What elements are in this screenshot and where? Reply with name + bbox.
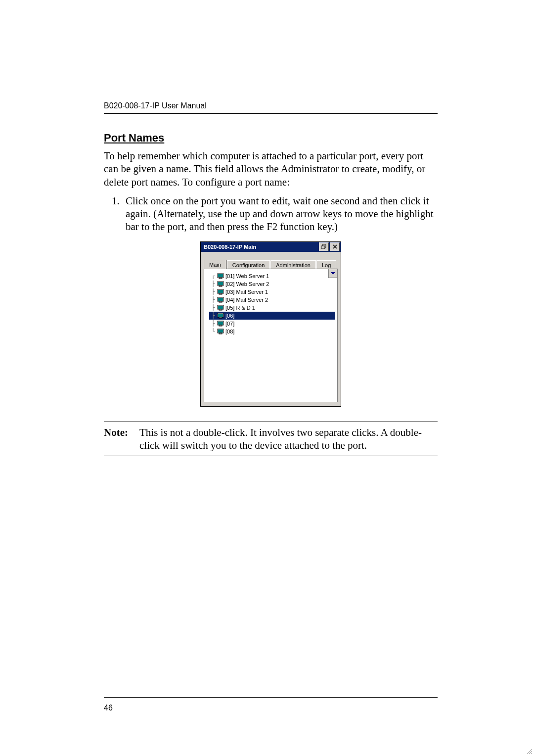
list-marker: 1.	[112, 194, 126, 207]
svg-rect-21	[218, 322, 223, 325]
svg-rect-22	[219, 325, 222, 326]
svg-rect-9	[218, 290, 223, 293]
computer-icon	[217, 273, 224, 279]
window-title: B020-008-17-IP Main	[202, 244, 318, 250]
svg-rect-6	[218, 282, 223, 285]
port-row[interactable]: ┌[01] Web Server 1	[209, 272, 335, 280]
tree-branch: ┌	[209, 272, 217, 280]
port-label: [03] Mail Server 1	[225, 288, 268, 296]
resize-grip[interactable]	[526, 748, 533, 755]
port-label: [02] Web Server 2	[225, 280, 269, 288]
port-row[interactable]: ├[04] Mail Server 2	[209, 296, 335, 304]
svg-rect-10	[219, 293, 222, 294]
port-row[interactable]: ├[03] Mail Server 1	[209, 288, 335, 296]
close-button[interactable]	[330, 242, 340, 251]
resize-grip-icon	[526, 748, 533, 755]
computer-icon	[217, 289, 224, 295]
close-icon	[333, 244, 337, 249]
svg-rect-25	[219, 333, 222, 334]
port-label: [06]	[225, 312, 234, 320]
tree-branch: ├	[209, 296, 217, 304]
note-text: This is not a double-click. It involves …	[139, 426, 438, 452]
tree-pane: ┌[01] Web Server 1├[02] Web Server 2├[03…	[204, 269, 338, 402]
port-label: [04] Mail Server 2	[225, 296, 268, 304]
computer-icon	[217, 313, 224, 319]
running-header: B020-008-17-IP User Manual	[104, 101, 438, 114]
port-row[interactable]: ├[02] Web Server 2	[209, 280, 335, 288]
svg-rect-24	[218, 330, 223, 332]
tab-administration[interactable]: Administration	[270, 260, 316, 269]
section-title: Port Names	[104, 132, 438, 144]
note-label: Note:	[104, 426, 139, 452]
svg-rect-12	[218, 298, 223, 301]
page-number: 46	[104, 704, 113, 712]
port-row[interactable]: └[08]	[209, 328, 335, 335]
titlebar: B020-008-17-IP Main	[201, 242, 341, 252]
tree-branch: ├	[209, 288, 217, 296]
svg-rect-7	[219, 285, 222, 286]
port-row[interactable]: ├[07]	[209, 320, 335, 328]
tab-log[interactable]: Log	[316, 260, 336, 269]
tree-branch: ├	[209, 320, 217, 328]
port-row[interactable]: ├[06]	[209, 312, 335, 320]
computer-icon	[217, 321, 224, 327]
computer-icon	[217, 281, 224, 287]
computer-icon	[217, 329, 224, 334]
port-row[interactable]: ├[05] R & D 1	[209, 304, 335, 312]
restore-icon	[321, 244, 326, 249]
scroll-down-icon	[331, 272, 335, 275]
tab-main[interactable]: Main	[204, 260, 226, 269]
port-label: [07]	[225, 320, 234, 328]
port-label: [08]	[225, 328, 234, 335]
svg-rect-13	[219, 301, 222, 302]
port-label: [01] Web Server 1	[225, 272, 269, 280]
svg-rect-15	[218, 306, 223, 309]
tree-branch: └	[209, 328, 217, 335]
svg-rect-4	[219, 278, 222, 279]
tree-branch: ├	[209, 304, 217, 312]
svg-rect-19	[219, 317, 222, 318]
svg-rect-18	[218, 314, 223, 317]
intro-paragraph: To help remember which computer is attac…	[104, 149, 438, 189]
scroll-button[interactable]	[328, 269, 337, 278]
tree-branch: ├	[209, 280, 217, 288]
port-label: [05] R & D 1	[225, 304, 255, 312]
step-1: 1.Click once on the port you want to edi…	[104, 194, 438, 234]
port-tree: ┌[01] Web Server 1├[02] Web Server 2├[03…	[204, 269, 337, 337]
note-block: Note: This is not a double-click. It inv…	[104, 422, 438, 457]
svg-rect-1	[321, 246, 325, 249]
computer-icon	[217, 305, 224, 311]
restore-button[interactable]	[319, 242, 329, 251]
tree-branch: ├	[209, 312, 217, 320]
tab-bar: Main Configuration Administration Log	[204, 256, 338, 269]
svg-rect-16	[219, 309, 222, 310]
computer-icon	[217, 297, 224, 303]
footer-rule	[104, 697, 438, 698]
tab-configuration[interactable]: Configuration	[227, 260, 270, 269]
step-1-text: Click once on the port you want to edit,…	[126, 195, 434, 233]
svg-rect-3	[218, 274, 223, 277]
app-window: B020-008-17-IP Main Main Configuration A…	[200, 241, 341, 407]
